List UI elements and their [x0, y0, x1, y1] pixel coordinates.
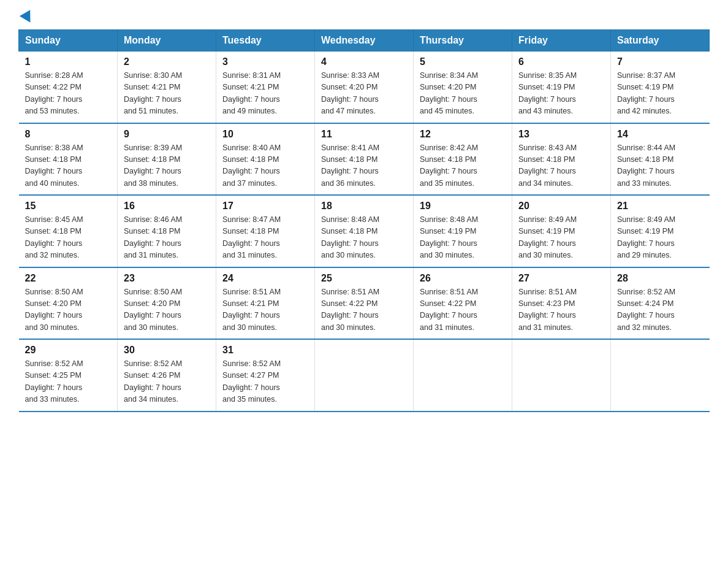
day-cell: 16 Sunrise: 8:46 AM Sunset: 4:18 PM Dayl… — [118, 195, 216, 267]
day-cell: 27 Sunrise: 8:51 AM Sunset: 4:23 PM Dayl… — [512, 267, 611, 340]
header-thursday: Thursday — [414, 30, 512, 52]
day-info: Sunrise: 8:44 AM Sunset: 4:18 PM Dayligh… — [617, 142, 703, 190]
day-number: 10 — [222, 129, 308, 140]
day-info: Sunrise: 8:40 AM Sunset: 4:18 PM Dayligh… — [222, 142, 308, 190]
day-info: Sunrise: 8:39 AM Sunset: 4:18 PM Dayligh… — [124, 142, 210, 190]
day-cell: 31 Sunrise: 8:52 AM Sunset: 4:27 PM Dayl… — [216, 339, 315, 412]
day-cell: 28 Sunrise: 8:52 AM Sunset: 4:24 PM Dayl… — [611, 267, 710, 340]
day-info: Sunrise: 8:51 AM Sunset: 4:22 PM Dayligh… — [420, 286, 506, 334]
day-number: 24 — [222, 273, 308, 284]
day-info: Sunrise: 8:52 AM Sunset: 4:25 PM Dayligh… — [25, 358, 112, 406]
day-number: 1 — [25, 56, 112, 67]
day-cell: 7 Sunrise: 8:37 AM Sunset: 4:19 PM Dayli… — [611, 52, 710, 123]
week-row-2: 8 Sunrise: 8:38 AM Sunset: 4:18 PM Dayli… — [19, 123, 710, 196]
day-number: 2 — [124, 56, 210, 67]
day-number: 14 — [617, 129, 703, 140]
day-number: 23 — [124, 273, 210, 284]
day-number: 18 — [321, 201, 407, 212]
day-info: Sunrise: 8:30 AM Sunset: 4:21 PM Dayligh… — [124, 70, 210, 118]
day-cell: 1 Sunrise: 8:28 AM Sunset: 4:22 PM Dayli… — [19, 52, 118, 123]
day-cell: 5 Sunrise: 8:34 AM Sunset: 4:20 PM Dayli… — [414, 52, 512, 123]
page-header — [18, 12, 710, 23]
day-number: 21 — [617, 201, 703, 212]
day-number: 11 — [321, 129, 407, 140]
day-info: Sunrise: 8:38 AM Sunset: 4:18 PM Dayligh… — [25, 142, 112, 190]
day-cell — [512, 339, 611, 412]
day-number: 13 — [518, 129, 604, 140]
day-number: 7 — [617, 56, 703, 67]
day-info: Sunrise: 8:28 AM Sunset: 4:22 PM Dayligh… — [25, 70, 112, 118]
calendar-table: SundayMondayTuesdayWednesdayThursdayFrid… — [18, 29, 710, 412]
day-info: Sunrise: 8:50 AM Sunset: 4:20 PM Dayligh… — [25, 286, 112, 334]
day-number: 25 — [321, 273, 407, 284]
day-info: Sunrise: 8:47 AM Sunset: 4:18 PM Dayligh… — [222, 214, 308, 262]
day-number: 9 — [124, 129, 210, 140]
logo — [18, 12, 34, 23]
day-cell: 21 Sunrise: 8:49 AM Sunset: 4:19 PM Dayl… — [611, 195, 710, 267]
day-info: Sunrise: 8:49 AM Sunset: 4:19 PM Dayligh… — [617, 214, 703, 262]
day-cell: 18 Sunrise: 8:48 AM Sunset: 4:18 PM Dayl… — [315, 195, 414, 267]
header-monday: Monday — [118, 30, 216, 52]
day-info: Sunrise: 8:48 AM Sunset: 4:18 PM Dayligh… — [321, 214, 407, 262]
day-info: Sunrise: 8:52 AM Sunset: 4:24 PM Dayligh… — [617, 286, 703, 334]
day-cell — [315, 339, 414, 412]
day-cell: 6 Sunrise: 8:35 AM Sunset: 4:19 PM Dayli… — [512, 52, 611, 123]
day-cell: 17 Sunrise: 8:47 AM Sunset: 4:18 PM Dayl… — [216, 195, 315, 267]
day-cell — [611, 339, 710, 412]
day-info: Sunrise: 8:42 AM Sunset: 4:18 PM Dayligh… — [420, 142, 506, 190]
day-info: Sunrise: 8:31 AM Sunset: 4:21 PM Dayligh… — [222, 70, 308, 118]
calendar-header-row: SundayMondayTuesdayWednesdayThursdayFrid… — [19, 30, 710, 52]
day-cell: 19 Sunrise: 8:48 AM Sunset: 4:19 PM Dayl… — [414, 195, 512, 267]
week-row-5: 29 Sunrise: 8:52 AM Sunset: 4:25 PM Dayl… — [19, 339, 710, 412]
day-cell: 25 Sunrise: 8:51 AM Sunset: 4:22 PM Dayl… — [315, 267, 414, 340]
day-cell: 23 Sunrise: 8:50 AM Sunset: 4:20 PM Dayl… — [118, 267, 216, 340]
day-info: Sunrise: 8:51 AM Sunset: 4:22 PM Dayligh… — [321, 286, 407, 334]
week-row-3: 15 Sunrise: 8:45 AM Sunset: 4:18 PM Dayl… — [19, 195, 710, 267]
day-cell: 22 Sunrise: 8:50 AM Sunset: 4:20 PM Dayl… — [19, 267, 118, 340]
header-friday: Friday — [512, 30, 611, 52]
day-number: 16 — [124, 201, 210, 212]
day-cell: 10 Sunrise: 8:40 AM Sunset: 4:18 PM Dayl… — [216, 123, 315, 196]
day-number: 8 — [25, 129, 112, 140]
day-number: 27 — [518, 273, 604, 284]
day-number: 30 — [124, 345, 210, 356]
day-info: Sunrise: 8:52 AM Sunset: 4:27 PM Dayligh… — [222, 358, 308, 406]
day-cell: 9 Sunrise: 8:39 AM Sunset: 4:18 PM Dayli… — [118, 123, 216, 196]
day-cell: 11 Sunrise: 8:41 AM Sunset: 4:18 PM Dayl… — [315, 123, 414, 196]
day-number: 19 — [420, 201, 506, 212]
day-number: 26 — [420, 273, 506, 284]
header-saturday: Saturday — [611, 30, 710, 52]
day-number: 5 — [420, 56, 506, 67]
day-info: Sunrise: 8:50 AM Sunset: 4:20 PM Dayligh… — [124, 286, 210, 334]
header-tuesday: Tuesday — [216, 30, 315, 52]
day-number: 4 — [321, 56, 407, 67]
day-info: Sunrise: 8:45 AM Sunset: 4:18 PM Dayligh… — [25, 214, 112, 262]
day-number: 31 — [222, 345, 308, 356]
day-cell: 4 Sunrise: 8:33 AM Sunset: 4:20 PM Dayli… — [315, 52, 414, 123]
day-info: Sunrise: 8:41 AM Sunset: 4:18 PM Dayligh… — [321, 142, 407, 190]
day-cell: 12 Sunrise: 8:42 AM Sunset: 4:18 PM Dayl… — [414, 123, 512, 196]
day-info: Sunrise: 8:48 AM Sunset: 4:19 PM Dayligh… — [420, 214, 506, 262]
day-info: Sunrise: 8:37 AM Sunset: 4:19 PM Dayligh… — [617, 70, 703, 118]
header-sunday: Sunday — [19, 30, 118, 52]
day-cell: 30 Sunrise: 8:52 AM Sunset: 4:26 PM Dayl… — [118, 339, 216, 412]
day-cell — [414, 339, 512, 412]
day-cell: 14 Sunrise: 8:44 AM Sunset: 4:18 PM Dayl… — [611, 123, 710, 196]
day-info: Sunrise: 8:49 AM Sunset: 4:19 PM Dayligh… — [518, 214, 604, 262]
day-number: 28 — [617, 273, 703, 284]
day-number: 17 — [222, 201, 308, 212]
day-info: Sunrise: 8:51 AM Sunset: 4:21 PM Dayligh… — [222, 286, 308, 334]
day-info: Sunrise: 8:52 AM Sunset: 4:26 PM Dayligh… — [124, 358, 210, 406]
day-cell: 13 Sunrise: 8:43 AM Sunset: 4:18 PM Dayl… — [512, 123, 611, 196]
day-cell: 3 Sunrise: 8:31 AM Sunset: 4:21 PM Dayli… — [216, 52, 315, 123]
day-number: 15 — [25, 201, 112, 212]
day-number: 29 — [25, 345, 112, 356]
day-cell: 2 Sunrise: 8:30 AM Sunset: 4:21 PM Dayli… — [118, 52, 216, 123]
week-row-1: 1 Sunrise: 8:28 AM Sunset: 4:22 PM Dayli… — [19, 52, 710, 123]
day-number: 12 — [420, 129, 506, 140]
day-cell: 15 Sunrise: 8:45 AM Sunset: 4:18 PM Dayl… — [19, 195, 118, 267]
day-cell: 8 Sunrise: 8:38 AM Sunset: 4:18 PM Dayli… — [19, 123, 118, 196]
header-wednesday: Wednesday — [315, 30, 414, 52]
day-cell: 29 Sunrise: 8:52 AM Sunset: 4:25 PM Dayl… — [19, 339, 118, 412]
day-info: Sunrise: 8:33 AM Sunset: 4:20 PM Dayligh… — [321, 70, 407, 118]
